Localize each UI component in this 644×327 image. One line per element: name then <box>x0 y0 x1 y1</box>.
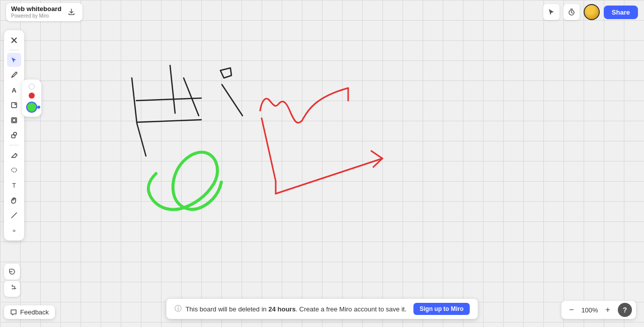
zoom-out-button[interactable]: − <box>566 304 578 316</box>
color-red[interactable] <box>29 93 35 99</box>
notification-highlight: 24 hours <box>268 305 295 313</box>
app-title: Web whiteboard <box>11 5 61 14</box>
notification-text-before: This board will be deleted in <box>186 305 269 313</box>
undo-button[interactable] <box>4 264 20 280</box>
title-group: Web whiteboard Powered by Miro <box>11 5 61 20</box>
feedback-button[interactable]: Feedback <box>4 305 55 319</box>
color-none[interactable] <box>29 84 35 90</box>
hand-tool-button[interactable] <box>7 193 21 207</box>
color-selected-indicator <box>37 106 40 109</box>
left-toolbar: A T <box>4 30 24 240</box>
signup-button[interactable]: Sign up to Miro <box>414 303 469 315</box>
zoom-controls: − 100% + ? <box>561 301 636 319</box>
notification-bar: ⓘ This board will be deleted in 24 hours… <box>167 299 478 319</box>
color-green-selected[interactable] <box>26 102 37 113</box>
avatar[interactable] <box>584 4 600 20</box>
zoom-level: 100% <box>580 306 600 314</box>
powered-by: Powered by Miro <box>11 13 61 19</box>
header-right: Share <box>543 4 638 20</box>
canvas[interactable] <box>0 0 644 327</box>
line-tool-button[interactable] <box>7 208 21 222</box>
undo-redo-group <box>4 264 20 297</box>
feedback-label: Feedback <box>20 308 49 316</box>
shapes-tool-button[interactable] <box>7 128 21 142</box>
redo-button[interactable] <box>4 281 20 297</box>
more-tools-button[interactable]: » <box>7 223 21 237</box>
lasso-tool-button[interactable] <box>7 163 21 177</box>
color-green-container <box>26 102 37 113</box>
timer-button[interactable] <box>564 4 580 20</box>
pen-tool-button[interactable] <box>7 68 21 82</box>
header-left: Web whiteboard Powered by Miro <box>6 3 83 22</box>
zoom-in-button[interactable]: + <box>602 304 614 316</box>
text-tool-button[interactable]: A <box>7 83 21 97</box>
svg-rect-1 <box>12 103 17 108</box>
eraser-tool-button[interactable] <box>7 148 21 162</box>
svg-rect-3 <box>13 119 16 122</box>
sticky-note-tool-button[interactable] <box>7 98 21 112</box>
close-tool-button[interactable] <box>7 33 21 47</box>
toolbar-divider-2 <box>9 145 19 145</box>
zoom-minus-icon: − <box>569 305 574 314</box>
toolbar-divider-1 <box>9 50 19 50</box>
select-tool-button[interactable] <box>7 53 21 67</box>
zoom-plus-icon: + <box>605 305 610 314</box>
help-button[interactable]: ? <box>618 303 632 317</box>
notification-text-after: . Create a free Miro account to save it. <box>296 305 407 313</box>
share-button[interactable]: Share <box>604 6 638 19</box>
color-panel <box>22 79 41 117</box>
type-tool-button[interactable]: T <box>7 178 21 192</box>
svg-point-6 <box>12 168 17 172</box>
cursor-button[interactable] <box>543 4 559 20</box>
export-button[interactable] <box>65 6 77 18</box>
notification-text: This board will be deleted in 24 hours. … <box>186 305 407 313</box>
svg-line-7 <box>12 213 17 218</box>
frame-tool-button[interactable] <box>7 113 21 127</box>
notification-icon: ⓘ <box>175 304 182 313</box>
